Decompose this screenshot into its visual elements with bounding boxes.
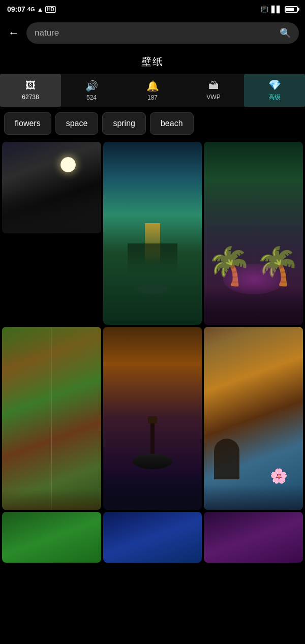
search-icon[interactable]: 🔍 [280, 27, 291, 39]
tab-notify-label: 187 [147, 94, 158, 101]
category-flowers[interactable]: flowers [4, 112, 51, 135]
image-blue-partial[interactable] [103, 512, 202, 563]
tab-all-icon: 🖼 [25, 80, 36, 91]
status-time-signal: 09:07 4G ▲ HD [7, 5, 56, 13]
battery-icon [285, 6, 298, 13]
image-grid-row2: 🌸 [0, 327, 305, 510]
image-tropical[interactable]: 🌴 🌴 [204, 142, 303, 325]
back-button[interactable]: ← [6, 24, 21, 42]
status-bar: 09:07 4G ▲ HD 📳 ▋▋ [0, 0, 305, 18]
image-lighthouse[interactable] [103, 327, 202, 510]
tab-notify-icon: 🔔 [146, 80, 159, 92]
vibrate-icon: 📳 [260, 6, 268, 13]
signal-bars-icon: ▋▋ [271, 6, 282, 13]
tab-bar: 🖼 62738 🔊 524 🔔 187 🏔 VWP 💎 高级 [0, 74, 305, 107]
tab-vwp-label: VWP [206, 94, 220, 101]
category-beach[interactable]: beach [150, 112, 194, 135]
tab-sound-label: 524 [86, 94, 97, 101]
image-sunset-ocean[interactable] [103, 142, 202, 325]
image-autumn[interactable] [2, 327, 101, 510]
image-purple-partial[interactable] [204, 512, 303, 563]
wifi-icon: ▲ [37, 6, 44, 13]
tab-vwp[interactable]: 🏔 VWP [183, 74, 244, 107]
tab-vwp-icon: 🏔 [208, 80, 219, 91]
search-bar: ← nature 🔍 [0, 18, 305, 48]
moon-decoration [60, 157, 76, 172]
signal-4g: 4G [27, 6, 35, 12]
time-display: 09:07 [7, 5, 25, 13]
category-spring[interactable]: spring [102, 112, 146, 135]
category-space[interactable]: space [55, 112, 99, 135]
tab-advanced-label: 高级 [268, 93, 281, 102]
image-green-partial[interactable] [2, 512, 101, 563]
page-title: 壁纸 [0, 48, 305, 74]
tab-advanced[interactable]: 💎 高级 [244, 74, 305, 107]
image-grid-row1: 🌴 🌴 [0, 140, 305, 327]
image-grid-bottom [0, 512, 305, 565]
tab-sound-icon: 🔊 [85, 80, 98, 92]
tab-advanced-icon: 💎 [268, 79, 281, 91]
tab-all-label: 62738 [22, 94, 39, 101]
tab-notify[interactable]: 🔔 187 [122, 74, 183, 107]
search-input-wrap[interactable]: nature 🔍 [26, 22, 299, 44]
tab-sound[interactable]: 🔊 524 [61, 74, 122, 107]
tab-all[interactable]: 🖼 62738 [0, 74, 61, 107]
hd-badge: HD [45, 6, 55, 13]
image-moonnight[interactable] [2, 142, 101, 233]
status-right-icons: 📳 ▋▋ [260, 6, 298, 13]
image-village[interactable]: 🌸 [204, 327, 303, 510]
categories-row: flowers space spring beach [0, 107, 305, 140]
search-input[interactable]: nature [35, 28, 276, 38]
